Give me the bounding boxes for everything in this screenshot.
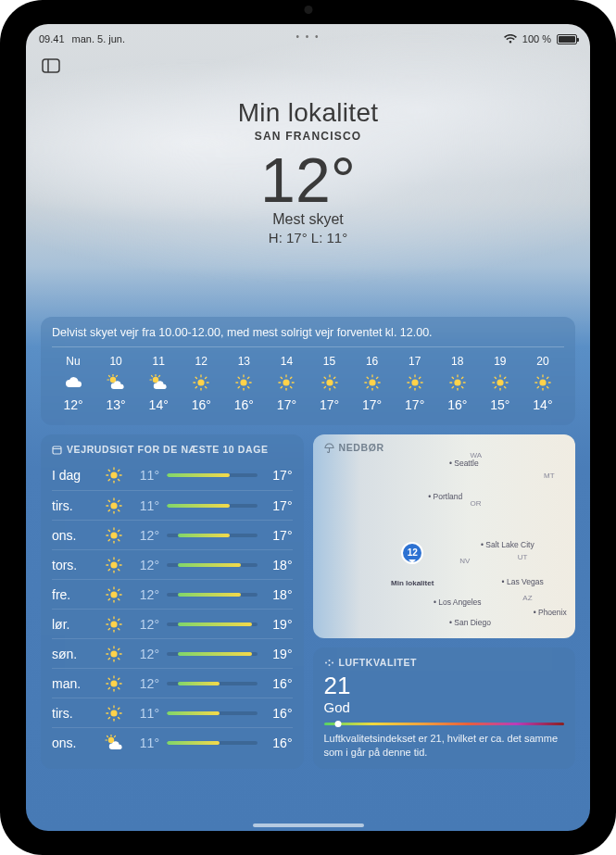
hour-temp: 17° (277, 397, 296, 412)
air-quality-card[interactable]: Luftkvalitet 21 God Luftkvalitetsindekse… (313, 648, 576, 769)
svg-rect-0 (43, 59, 59, 72)
svg-line-166 (108, 687, 109, 688)
day-high: 16° (265, 736, 293, 750)
map-city-label: • Los Angeles (434, 597, 482, 607)
hour-item[interactable]: 1816° (436, 351, 479, 416)
svg-rect-93 (53, 446, 61, 454)
hour-temp: 17° (362, 397, 382, 412)
svg-point-95 (110, 472, 117, 478)
day-row[interactable]: tirs.11°17° (52, 490, 293, 520)
ten-day-forecast-card[interactable]: Vejrudsigt for de næste 10 dage I dag11°… (41, 434, 304, 769)
svg-line-62 (409, 377, 410, 378)
day-low: 11° (132, 736, 159, 750)
svg-line-139 (108, 598, 109, 599)
day-row[interactable]: fre.12°18° (52, 579, 293, 609)
day-row[interactable]: man.12°16° (52, 668, 293, 698)
day-row[interactable]: søn.12°19° (52, 638, 293, 668)
aqi-header: Luftkvalitet (339, 657, 418, 668)
svg-line-136 (108, 589, 109, 590)
map-state-label: WA (471, 451, 483, 459)
precip-header: Nedbør (339, 442, 384, 453)
day-row[interactable]: ons.12°17° (52, 520, 293, 549)
day-high: 18° (265, 558, 293, 572)
svg-line-46 (333, 377, 334, 378)
svg-line-101 (119, 480, 119, 481)
day-name: fre. (52, 587, 96, 602)
day-temp-bar (167, 473, 258, 477)
hour-item[interactable]: 1013° (94, 351, 137, 416)
day-temp-bar (167, 593, 258, 597)
day-name: I dag (52, 468, 96, 483)
high-low: H: 17° L: 11° (26, 230, 590, 245)
day-low: 12° (132, 558, 159, 572)
hour-condition-icon (321, 373, 339, 392)
battery-icon (557, 34, 577, 44)
home-indicator[interactable] (253, 824, 364, 827)
hour-label: 16 (366, 355, 378, 368)
hour-item[interactable]: 1717° (394, 351, 436, 416)
day-row[interactable]: lør.12°19° (52, 609, 293, 638)
day-name: søn. (52, 647, 96, 661)
svg-line-148 (108, 628, 109, 629)
map-state-label: UT (518, 553, 528, 561)
day-temp-bar (167, 534, 258, 537)
sidebar-toggle-button[interactable] (39, 56, 63, 76)
day-condition-icon (104, 705, 124, 722)
svg-point-122 (110, 561, 117, 568)
day-row[interactable]: ons.11°16° (52, 727, 293, 757)
svg-line-5 (109, 376, 110, 377)
svg-line-146 (119, 628, 119, 629)
hour-item[interactable]: 1114° (137, 351, 180, 416)
day-condition-icon (104, 467, 124, 484)
svg-point-113 (110, 532, 117, 538)
hour-item[interactable]: 1316° (222, 351, 265, 416)
day-low: 11° (132, 706, 159, 721)
aqi-spectrum-bar (324, 723, 565, 725)
hour-condition-icon (491, 373, 509, 392)
current-temperature: 12° (26, 148, 590, 211)
svg-line-103 (108, 480, 109, 481)
hour-item[interactable]: 1617° (351, 351, 394, 416)
day-row[interactable]: tirs.11°16° (52, 698, 293, 727)
svg-line-44 (324, 377, 325, 378)
hour-condition-icon (192, 373, 210, 392)
day-condition-icon (104, 497, 124, 514)
day-row[interactable]: I dag11°17° (52, 460, 293, 490)
hourly-forecast-card[interactable]: Delvist skyet vejr fra 10.00-12.00, med … (41, 317, 575, 425)
hour-item[interactable]: 1915° (479, 351, 522, 416)
hour-item[interactable]: 1517° (308, 351, 350, 416)
day-high: 16° (265, 676, 293, 691)
map-city-label: • San Diego (449, 618, 491, 627)
svg-line-179 (107, 736, 108, 736)
hour-temp: 17° (405, 397, 424, 412)
hour-item[interactable]: Nu12° (52, 351, 94, 416)
svg-line-35 (282, 377, 283, 378)
map-city-label: • Salt Lake City (481, 540, 534, 549)
svg-point-66 (454, 379, 460, 385)
hourly-summary: Delvist skyet vejr fra 10.00-12.00, med … (52, 326, 564, 347)
hour-item[interactable]: 1216° (180, 351, 222, 416)
hour-label: 15 (323, 355, 335, 368)
svg-line-138 (119, 589, 119, 590)
umbrella-icon (324, 443, 334, 453)
day-row[interactable]: tors.12°18° (52, 549, 293, 579)
front-camera (304, 6, 312, 14)
svg-line-6 (117, 376, 118, 377)
hour-condition-icon (363, 373, 382, 392)
svg-line-102 (119, 470, 119, 471)
hour-item[interactable]: 2014° (522, 351, 564, 416)
precipitation-map-card[interactable]: Nedbør • Seattle• Portland• Salt Lake Ci… (313, 434, 576, 638)
day-condition-icon (104, 586, 124, 603)
hour-item[interactable]: 1417° (265, 351, 308, 416)
day-name: ons. (52, 736, 96, 750)
svg-line-110 (119, 509, 119, 510)
svg-point-84 (539, 379, 546, 385)
day-low: 11° (132, 468, 159, 483)
svg-line-55 (376, 377, 377, 378)
svg-line-118 (108, 530, 109, 531)
svg-line-174 (119, 708, 119, 709)
svg-line-157 (108, 658, 109, 659)
day-high: 17° (265, 528, 293, 543)
svg-line-100 (108, 470, 109, 471)
svg-line-47 (324, 387, 325, 388)
